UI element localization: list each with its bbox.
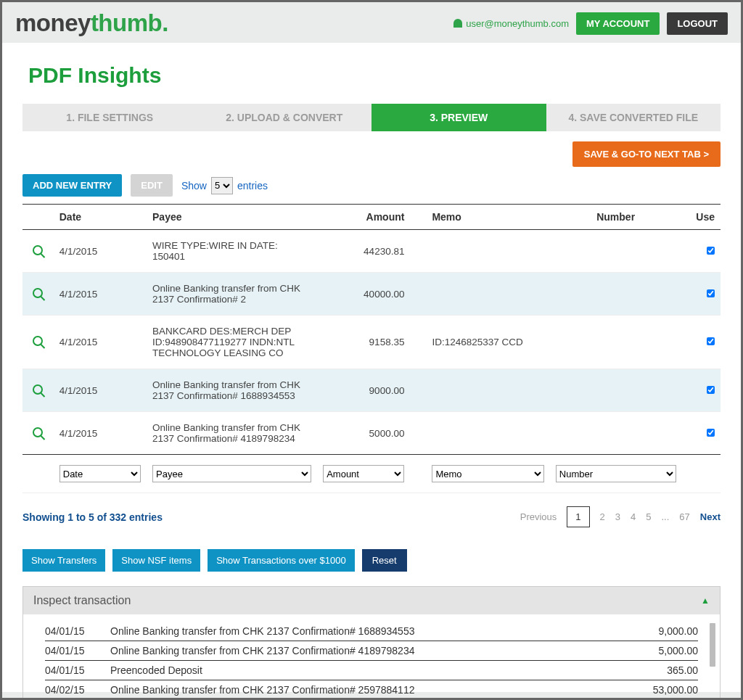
col-amount[interactable]: Amount: [317, 205, 410, 230]
cell-amount: 44230.81: [317, 230, 410, 273]
cell-payee: BANKCARD DES:MERCH DEP ID:94890847711927…: [147, 316, 317, 369]
cell-date: 4/1/2015: [54, 369, 147, 412]
show-over-1000-button[interactable]: Show Transactions over $1000: [208, 549, 355, 572]
col-date[interactable]: Date: [54, 205, 147, 230]
inspect-icon[interactable]: [33, 245, 43, 255]
my-account-button[interactable]: MY ACCOUNT: [576, 12, 660, 35]
show-transfers-button[interactable]: Show Transfers: [22, 549, 105, 572]
inspect-date: 04/01/15: [45, 664, 110, 676]
paging-info: Showing 1 to 5 of 332 entries: [22, 511, 163, 523]
cell-memo: [410, 412, 549, 455]
page-next[interactable]: Next: [700, 511, 721, 522]
filter-memo[interactable]: Memo: [432, 465, 543, 482]
cell-date: 4/1/2015: [54, 230, 147, 273]
inspect-row[interactable]: 04/01/15Online Banking transfer from CHK…: [45, 641, 698, 661]
tab-upload-convert[interactable]: 2. UPLOAD & CONVERT: [197, 104, 372, 131]
cell-number: [550, 230, 682, 273]
cell-memo: [410, 230, 549, 273]
add-entry-button[interactable]: ADD NEW ENTRY: [22, 174, 122, 197]
cell-memo: [410, 369, 549, 412]
col-payee[interactable]: Payee: [147, 205, 317, 230]
paging-controls: Previous 1 2 3 4 5 ... 67 Next: [520, 506, 721, 527]
toolbar: SAVE & GO-TO NEXT TAB >: [22, 131, 721, 174]
inspect-amount: 365.00: [633, 664, 698, 676]
collapse-icon[interactable]: ▲: [701, 596, 710, 606]
use-checkbox[interactable]: [707, 386, 715, 394]
page-1[interactable]: 1: [567, 506, 589, 527]
entries-selector: Show 5 entries: [181, 177, 268, 194]
logout-button[interactable]: LOGOUT: [667, 12, 728, 35]
inspect-body: 04/01/15Online Banking transfer from CHK…: [23, 614, 720, 700]
page-prev[interactable]: Previous: [520, 511, 557, 522]
edit-button[interactable]: EDIT: [131, 174, 173, 197]
show-nsf-button[interactable]: Show NSF items: [112, 549, 200, 572]
page-2[interactable]: 2: [600, 511, 605, 522]
use-checkbox[interactable]: [707, 247, 715, 255]
user-email: user@moneythumb.com: [466, 18, 569, 29]
inspect-row[interactable]: 04/01/15Preencoded Deposit365.00: [45, 661, 698, 680]
cell-date: 4/1/2015: [54, 273, 147, 316]
page-67[interactable]: 67: [679, 511, 689, 522]
quick-filters: Show Transfers Show NSF items Show Trans…: [22, 549, 721, 572]
inspect-header[interactable]: Inspect transaction ▲: [23, 587, 720, 614]
table-row: 4/1/2015BANKCARD DES:MERCH DEP ID:948908…: [22, 316, 721, 369]
inspect-amount: 9,000.00: [633, 625, 698, 637]
inspect-desc: Online Banking transfer from CHK 2137 Co…: [110, 645, 633, 656]
app-header: moneythumb. user@moneythumb.com MY ACCOU…: [2, 2, 741, 43]
tab-save-file[interactable]: 4. SAVE CONVERTED FILE: [546, 104, 721, 131]
cell-payee: Online Banking transfer from CHK 2137 Co…: [147, 412, 317, 455]
filter-row: Date Payee Amount Memo Number: [22, 455, 721, 493]
col-memo[interactable]: Memo: [410, 205, 549, 230]
inspect-title: Inspect transaction: [33, 594, 131, 607]
logo-part2: thumb: [91, 9, 162, 36]
inspect-icon[interactable]: [33, 288, 43, 298]
filter-date[interactable]: Date: [59, 465, 141, 482]
tab-file-settings[interactable]: 1. FILE SETTINGS: [22, 104, 197, 131]
scrollbar-thumb[interactable]: [710, 623, 715, 667]
page-5[interactable]: 5: [646, 511, 651, 522]
inspect-panel: Inspect transaction ▲ 04/01/15Online Ban…: [22, 586, 721, 700]
page-3[interactable]: 3: [615, 511, 620, 522]
inspect-icon[interactable]: [33, 336, 43, 346]
page-4[interactable]: 4: [631, 511, 636, 522]
cell-payee: Online Banking transfer from CHK 2137 Co…: [147, 273, 317, 316]
filter-payee[interactable]: Payee: [152, 465, 311, 482]
cell-number: [550, 316, 682, 369]
inspect-row[interactable]: 04/02/15Online Banking transfer from CHK…: [45, 680, 698, 700]
inspect-icon[interactable]: [33, 427, 43, 437]
wizard-tabs: 1. FILE SETTINGS 2. UPLOAD & CONVERT 3. …: [22, 104, 721, 131]
inspect-date: 04/02/15: [45, 684, 110, 696]
col-number[interactable]: Number: [550, 205, 682, 230]
table-row: 4/1/2015Online Banking transfer from CHK…: [22, 273, 721, 316]
logo: moneythumb.: [15, 9, 168, 37]
inspect-icon[interactable]: [33, 384, 43, 395]
cell-amount: 9158.35: [317, 316, 410, 369]
header-right: user@moneythumb.com MY ACCOUNT LOGOUT: [453, 12, 728, 35]
user-icon: [453, 19, 462, 28]
filter-number[interactable]: Number: [556, 465, 676, 482]
tab-preview[interactable]: 3. PREVIEW: [372, 104, 546, 131]
cell-date: 4/1/2015: [54, 316, 147, 369]
page-body: PDF Insights 1. FILE SETTINGS 2. UPLOAD …: [2, 43, 741, 692]
inspect-amount: 5,000.00: [633, 645, 698, 656]
cell-number: [550, 273, 682, 316]
user-link[interactable]: user@moneythumb.com: [453, 18, 569, 29]
filter-amount[interactable]: Amount: [323, 465, 404, 482]
inspect-desc: Online Banking transfer from CHK 2137 Co…: [110, 625, 633, 637]
table-row: 4/1/2015Online Banking transfer from CHK…: [22, 412, 721, 455]
col-use[interactable]: Use: [682, 205, 721, 230]
page-title: PDF Insights: [28, 63, 721, 88]
cell-memo: ID:1246825337 CCD: [410, 316, 549, 369]
page-ellipsis: ...: [662, 511, 670, 522]
entries-select[interactable]: 5: [211, 177, 233, 194]
inspect-desc: Preencoded Deposit: [110, 664, 633, 676]
use-checkbox[interactable]: [707, 289, 715, 297]
inspect-row[interactable]: 04/01/15Online Banking transfer from CHK…: [45, 622, 698, 641]
reset-button[interactable]: Reset: [362, 549, 407, 572]
entries-label: entries: [237, 180, 268, 192]
save-next-button[interactable]: SAVE & GO-TO NEXT TAB >: [572, 141, 721, 167]
use-checkbox[interactable]: [707, 337, 715, 345]
use-checkbox[interactable]: [707, 429, 715, 437]
cell-date: 4/1/2015: [54, 412, 147, 455]
cell-memo: [410, 273, 549, 316]
